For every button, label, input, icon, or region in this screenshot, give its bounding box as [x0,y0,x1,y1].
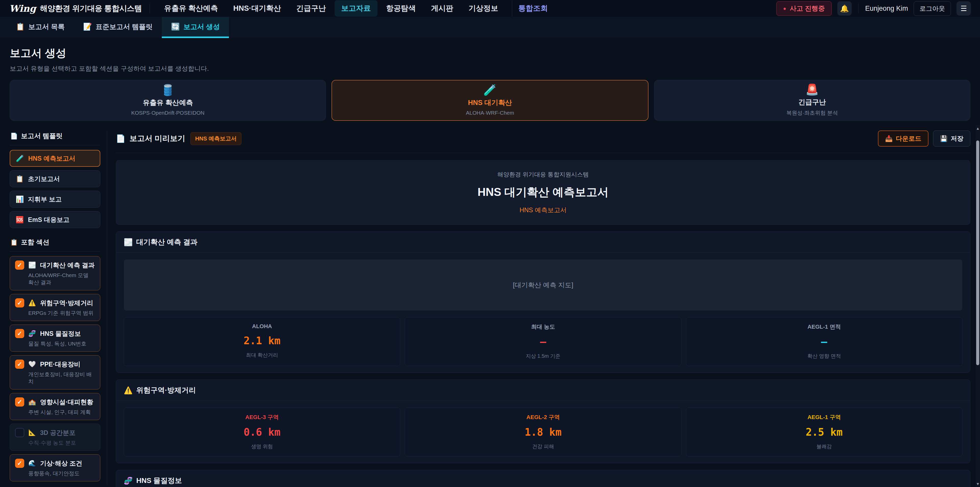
app-title: 해양환경 위기대응 통합시스템 [40,3,142,14]
page-icon: 📄 [10,133,18,140]
tab-report-generate[interactable]: 🔄 보고서 생성 [162,17,229,38]
save-button[interactable]: 💾 저장 [933,131,970,147]
section-toggle-affected-facilities[interactable]: ✓ 🏫 영향시설·대피현황 주변 시설, 인구, 대피 계획 [10,393,100,420]
stat-value: 0.6 km [124,426,400,438]
warning-icon: ⚠️ [124,386,133,394]
nav-item-aerial-search[interactable]: 항공탐색 [380,0,422,17]
checkbox-checked[interactable]: ✓ [15,398,24,407]
dna-icon: 🧬 [124,477,133,485]
dispersion-map-placeholder: [대기확산 예측 지도] [124,259,963,311]
report-title-card: 해양환경 위기대응 통합지원시스템 HNS 대기확산 예측보고서 HNS 예측보… [116,160,970,225]
scrollbar-thumb[interactable] [976,141,979,365]
nav-item-weather[interactable]: 기상정보 [462,0,505,17]
checkbox-checked[interactable]: ✓ [15,260,24,270]
sidebar: 📄 보고서 템플릿 🧪 HNS 예측보고서 📋 초기보고서 📊 지휘부 보고 🆘… [10,131,107,485]
scroll-down-arrow-icon[interactable]: ▼ [976,482,980,486]
divider [10,145,100,145]
divider [150,4,150,13]
dispersion-stats: ALOHA 2.1 km 최대 확산거리 최대 농도 — 지상 1.5m 기준 … [124,317,963,366]
sections-group: 📋 포함 섹션 ✓ 🌫️ 대기확산 예측 결과 ALOHA/WRF-Chem 모… [10,237,100,481]
tab-label: 보고서 생성 [183,22,220,31]
section-title: 대기확산 예측 결과 [40,261,95,270]
fog-icon: 🌫️ [28,262,36,269]
incident-status-badge[interactable]: ● 사고 진행중 [776,1,832,16]
sections-group-header: 📋 포함 섹션 [10,237,100,251]
report-type-hns[interactable]: 🧪 HNS 대기확산 ALOHA·WRF-Chem [331,80,648,121]
nav-item-reports[interactable]: 보고자료 [334,0,377,17]
sos-icon: 🆘 [16,216,24,224]
checkbox-unchecked[interactable] [15,428,24,437]
stat-label: AEGL-2 구역 [405,414,681,421]
section-title: 영향시설·대피현황 [40,398,93,406]
section-toggle-danger-zone[interactable]: ✓ ⚠️ 위험구역·방제거리 ERPGs 기준 위험구역 범위 [10,294,100,321]
tab-standard-template[interactable]: 📝 표준보고서 템플릿 [74,17,162,38]
wave-icon: 🌊 [28,460,36,467]
section-header-label: 위험구역·방제거리 [136,385,196,395]
logout-button[interactable]: 로그아웃 [914,1,951,16]
app-logo: Wing 해양환경 위기대응 통합시스템 [9,3,142,14]
checkbox-checked[interactable]: ✓ [15,459,24,468]
refresh-icon: 🔄 [171,22,180,31]
section-toggle-hns-substance[interactable]: ✓ 🧬 HNS 물질정보 물질 특성, 독성, UN번호 [10,324,100,352]
hns-substance-section: 🧬 HNS 물질정보 물질명 벤젠 (Benzene) UN번호 UN 1114 [116,470,970,487]
tab-report-list[interactable]: 📋 보고서 목록 [6,17,74,38]
template-item-hns-forecast[interactable]: 🧪 HNS 예측보고서 [10,150,100,167]
top-navigation-bar: Wing 해양환경 위기대응 통합시스템 유출유 확산예측 HNS·대기확산 긴… [0,0,980,17]
page-title: 보고서 생성 [10,46,970,60]
section-toggle-dispersion-result[interactable]: ✓ 🌫️ 대기확산 예측 결과 ALOHA/WRF-Chem 모델 확산 결과 [10,256,100,291]
section-toggle-weather-sea[interactable]: ✓ 🌊 기상·해상 조건 풍향풍속, 대기안정도 [10,454,100,481]
sections-group-label: 포함 섹션 [21,238,49,247]
section-desc: 개인보호장비, 대응장비 배치 [28,371,95,385]
download-button[interactable]: 📥 다운로드 [878,131,928,147]
nav-item-rescue[interactable]: 긴급구난 [290,0,332,17]
notification-bell-icon[interactable]: 🔔 [837,1,852,16]
main-nav: 유출유 확산예측 HNS·대기확산 긴급구난 보고자료 항공탐색 게시판 기상정… [158,0,555,17]
memo-icon: 📝 [83,22,92,31]
checkbox-checked[interactable]: ✓ [15,298,24,308]
stat-value: 2.5 km [686,426,962,438]
section-header: 🌫️ 대기확산 예측 결과 [116,232,970,253]
stat-sub: 최대 확산거리 [124,352,400,359]
triangle-ruler-icon: 📐 [28,429,36,436]
hamburger-menu-icon[interactable]: ☰ [956,1,971,16]
checkbox-checked[interactable]: ✓ [15,359,24,369]
section-toggle-3d-distribution[interactable]: 📐 3D 공간분포 수직·수평 농도 분포 [10,424,100,451]
main-content: 📄 보고서 템플릿 🧪 HNS 예측보고서 📋 초기보고서 📊 지휘부 보고 🆘… [0,131,980,487]
report-type-subtitle: KOSPS·OpenDrift·POSEIDON [131,110,204,116]
scroll-up-arrow-icon[interactable]: ▲ [976,126,980,131]
report-type-rescue[interactable]: 🚨 긴급구난 복원성·좌초위험 분석 [654,80,970,121]
report-document: 해양환경 위기대응 통합지원시스템 HNS 대기확산 예측보고서 HNS 예측보… [116,160,970,487]
stat-max-concentration: 최대 농도 — 지상 1.5m 기준 [405,317,681,366]
template-item-command-report[interactable]: 📊 지휘부 보고 [10,191,100,208]
report-subtitle: HNS 예측보고서 [116,206,970,214]
nav-item-hns[interactable]: HNS·대기확산 [227,0,288,17]
templates-group-header: 📄 보고서 템플릿 [10,131,100,145]
templates-group-label: 보고서 템플릿 [21,131,62,141]
stat-aegl1-zone: AEGL-1 구역 2.5 km 불쾌감 [686,407,963,457]
nav-item-board[interactable]: 게시판 [425,0,460,17]
report-type-subtitle: 복원성·좌초위험 분석 [786,109,838,117]
checkbox-checked[interactable]: ✓ [15,329,24,338]
stat-label: AEGL-3 구역 [124,414,400,421]
section-title: PPE·대응장비 [40,360,80,369]
stat-value: — [405,336,681,348]
bar-chart-icon: 📊 [16,195,24,203]
preview-title: 📄 보고서 미리보기 [116,133,185,144]
vertical-scrollbar[interactable]: ▲ ▼ [976,125,980,487]
stat-label: 최대 농도 [405,323,681,331]
section-toggle-ppe-equipment[interactable]: ✓ 🤍 PPE·대응장비 개인보호장비, 대응장비 배치 [10,355,100,390]
divider [858,4,859,13]
nav-item-integrated-search[interactable]: 통합조회 [512,0,555,17]
template-label: 초기보고서 [28,175,60,183]
template-item-ems-response[interactable]: 🆘 EmS 대응보고 [10,211,100,228]
stat-sub: 생명 위험 [124,443,400,450]
report-type-oil-spill[interactable]: 🛢️ 유출유 확산예측 KOSPS·OpenDrift·POSEIDON [10,80,326,121]
report-type-subtitle: ALOHA·WRF-Chem [466,110,514,116]
template-item-initial-report[interactable]: 📋 초기보고서 [10,170,100,187]
dna-icon: 🧬 [28,330,36,337]
tab-label: 보고서 목록 [28,22,65,31]
section-header: ⚠️ 위험구역·방제거리 [116,380,970,401]
section-title: 기상·해상 조건 [40,459,82,468]
stat-value: 2.1 km [124,335,400,346]
nav-item-oil-spill[interactable]: 유출유 확산예측 [158,0,224,17]
